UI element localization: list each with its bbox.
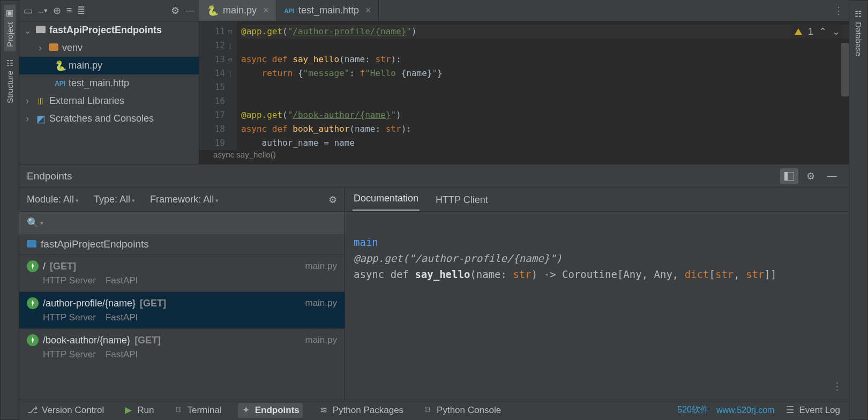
doc-module-link[interactable]: main [354, 236, 378, 248]
endpoint-detail-tabs: Documentation HTTP Client [345, 188, 849, 212]
root-label: fastApiProjectEndpoints [49, 25, 162, 36]
tab-label: main.py [223, 5, 257, 16]
database-tool-window-tab[interactable]: ☷ Database [852, 5, 864, 61]
tab-event-log[interactable]: ☰Event Log [782, 403, 843, 418]
endpoint-path: / [43, 261, 46, 272]
structure-tool-window-tab[interactable]: Structure ☷ [4, 54, 16, 108]
toggle-layout-button[interactable] [780, 168, 798, 184]
python-icon: ⌑ [423, 406, 432, 415]
venv-label: venv [62, 42, 83, 54]
mainpy-label: main.py [69, 60, 102, 71]
chevron-right-icon[interactable]: › [23, 113, 32, 124]
endpoint-framework: FastAPI [106, 349, 138, 360]
code-editor[interactable]: 11 12 13 14 15 16 17 18 19 ⊟ ⌊ ⊟ ⌊ @app.… [199, 21, 849, 150]
endpoint-file: main.py [305, 298, 337, 309]
code-content[interactable]: @app.get("/author-profile/{name}") async… [237, 21, 849, 150]
expand-all-icon[interactable]: ≡ [66, 5, 72, 16]
tab-run[interactable]: ▶Run [120, 403, 157, 418]
tab-endpoints[interactable]: ✦Endpoints [238, 403, 303, 418]
tab-documentation[interactable]: Documentation [353, 193, 420, 211]
chevron-right-icon[interactable]: › [35, 42, 45, 54]
collapse-all-icon[interactable]: ≣ [77, 5, 85, 17]
endpoint-path: /author-profile/{name} [43, 298, 136, 309]
filter-module[interactable]: Module: All▾ [27, 194, 79, 205]
project-tool-window-tab[interactable]: Project ▣ [4, 5, 16, 51]
warning-icon [794, 27, 803, 36]
packages-icon: ≋ [319, 406, 328, 415]
tree-folder-venv[interactable]: › venv [19, 39, 199, 57]
gear-icon[interactable]: ⚙ [802, 168, 820, 184]
next-highlight-icon[interactable]: ⌄ [832, 26, 840, 38]
dropdown-icon[interactable]: ...▾ [38, 6, 48, 14]
scratches-label: Scratches and Consoles [49, 113, 154, 124]
module-icon [27, 238, 36, 250]
database-icon: ☷ [854, 9, 863, 19]
folder-icon [48, 42, 59, 54]
filter-framework[interactable]: Framework: All▾ [150, 194, 219, 205]
locate-icon[interactable]: ⊕ [53, 5, 61, 17]
select-opened-file-icon[interactable]: ▭ [24, 5, 33, 17]
prev-highlight-icon[interactable]: ⌃ [819, 26, 827, 38]
project-label: Project [5, 22, 14, 47]
endpoints-group-header[interactable]: fastApiProjectEndpoints [19, 234, 345, 254]
filter-type[interactable]: Type: All▾ [94, 194, 135, 205]
tree-scratches[interactable]: › ◩ Scratches and Consoles [19, 110, 199, 128]
hide-icon[interactable]: — [185, 5, 194, 16]
svg-rect-2 [784, 172, 788, 181]
inspection-widget[interactable]: 1 ⌃ ⌄ [791, 25, 843, 39]
endpoint-framework: FastAPI [106, 275, 138, 286]
endpoints-filter-bar: Module: All▾ Type: All▾ Framework: All▾ … [19, 188, 345, 212]
close-icon[interactable]: × [365, 5, 371, 16]
project-tree[interactable]: ⌄ fastApiProjectEndpoints › venv 🐍 main.… [19, 21, 199, 164]
endpoint-method: [GET] [50, 261, 76, 272]
tree-root[interactable]: ⌄ fastApiProjectEndpoints [19, 21, 199, 39]
database-label: Database [854, 22, 863, 56]
endpoint-server: HTTP Server [43, 312, 96, 323]
bottom-tool-bar: ⎇Version Control ▶Run ⌑Terminal ✦Endpoin… [19, 400, 849, 420]
tab-version-control[interactable]: ⎇Version Control [25, 403, 107, 418]
settings-icon[interactable]: ⚙ [171, 5, 179, 17]
tree-file-test-main-http[interactable]: API test_main.http [19, 74, 199, 92]
close-icon[interactable]: × [263, 5, 269, 16]
endpoint-item[interactable]: /book-author/{name} [GET]main.pyHTTP Ser… [19, 328, 345, 365]
project-panel: ▭ ...▾ ⊕ ≡ ≣ ⚙ — ⌄ fastApiProjectEndpoin… [19, 0, 199, 164]
breadcrumb[interactable]: async say_hello() [199, 150, 849, 164]
editor-tab-test-main-http[interactable]: API test_main.http × [277, 0, 379, 21]
group-label: fastApiProjectEndpoints [41, 238, 149, 250]
warning-count: 1 [808, 26, 813, 38]
tree-external-libraries[interactable]: › ⫼ External Libraries [19, 92, 199, 110]
endpoint-server: HTTP Server [43, 349, 96, 360]
editor-tab-bar: 🐍 main.py × API test_main.http × ⋮ [199, 0, 849, 21]
tab-terminal[interactable]: ⌑Terminal [170, 403, 225, 418]
tab-http-client[interactable]: HTTP Client [435, 194, 489, 211]
tree-file-main-py[interactable]: 🐍 main.py [19, 57, 199, 74]
structure-label: Structure [5, 71, 14, 103]
fold-column[interactable]: ⊟ ⌊ ⊟ ⌊ [228, 21, 237, 150]
endpoint-item[interactable]: /author-profile/{name} [GET]main.pyHTTP … [19, 291, 345, 328]
endpoints-list: / [GET]main.pyHTTP ServerFastAPI/author-… [19, 254, 345, 400]
more-icon[interactable]: ⋮ [834, 5, 843, 17]
gear-icon[interactable]: ⚙ [328, 194, 337, 206]
endpoint-path: /book-author/{name} [43, 335, 130, 346]
tab-python-packages[interactable]: ≋Python Packages [316, 403, 407, 418]
chevron-down-icon[interactable]: ⌄ [23, 25, 32, 36]
http-file-icon: API [55, 80, 65, 87]
folder-icon: ▣ [5, 9, 14, 19]
more-icon[interactable]: ⋮ [832, 378, 842, 394]
endpoints-search[interactable]: 🔍▾ [19, 212, 345, 234]
endpoint-item[interactable]: / [GET]main.pyHTTP ServerFastAPI [19, 254, 345, 291]
tab-label: test_main.http [298, 5, 359, 16]
search-icon: 🔍 [27, 217, 39, 229]
endpoint-server: HTTP Server [43, 275, 96, 286]
chevron-right-icon[interactable]: › [23, 95, 32, 107]
endpoint-file: main.py [305, 261, 337, 272]
http-file-icon: API [285, 8, 294, 14]
watermark-text: www.520rj.com [716, 406, 774, 415]
endpoint-icon [27, 297, 39, 309]
extlib-label: External Libraries [49, 95, 124, 107]
tab-python-console[interactable]: ⌑Python Console [420, 403, 504, 418]
scrollbar-thumb[interactable] [841, 43, 849, 96]
editor-tab-main-py[interactable]: 🐍 main.py × [199, 0, 277, 21]
endpoints-title: Endpoints [27, 170, 72, 182]
hide-icon[interactable]: — [823, 168, 841, 184]
